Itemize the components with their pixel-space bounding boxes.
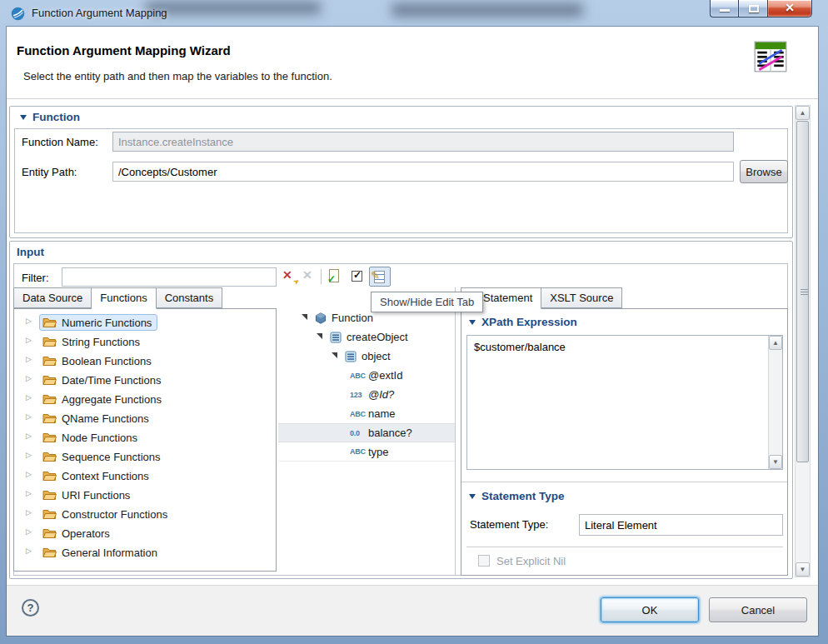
window-title: Function Argument Mapping (32, 7, 167, 19)
dialog-body: Function Argument Mapping Wizard Select … (7, 27, 818, 636)
thumb-grip (801, 289, 808, 290)
tab-xslt-source[interactable]: XSLT Source (541, 287, 622, 308)
minimize-button[interactable] (710, 0, 738, 17)
background-window-artifact (392, 3, 583, 17)
tab-functions[interactable]: Functions (92, 287, 156, 309)
tree-item-aggregate-functions[interactable]: ▷ Aggregate Functions (14, 390, 276, 409)
scroll-up-button[interactable]: ▲ (769, 336, 782, 350)
expand-icon[interactable]: ▷ (26, 355, 32, 363)
folder-icon (42, 432, 57, 443)
mapping-node-balance[interactable]: 0.0 balance? (278, 423, 455, 442)
arrow-down-icon: ▼ (796, 566, 809, 573)
folder-icon (42, 508, 57, 520)
titlebar[interactable]: Function Argument Mapping ✕ (0, 0, 828, 27)
expand-icon[interactable]: ▷ (26, 508, 32, 517)
tree-item-node-functions[interactable]: ▷ Node Functions (14, 428, 276, 447)
page-title: Function Argument Mapping Wizard (17, 43, 231, 57)
decimal-type-icon: 0.0 (350, 429, 368, 437)
folder-icon (42, 374, 57, 386)
scrollbar-thumb[interactable] (796, 121, 809, 462)
xpath-expression-value: $customer/balance (474, 341, 566, 353)
tree-item-string-functions[interactable]: ▷ String Functions (14, 332, 276, 352)
break-mapping-button[interactable]: ✕ ➤ (280, 267, 300, 287)
xpath-validate-button[interactable]: ✓ (326, 267, 346, 287)
expand-icon[interactable]: ▷ (26, 547, 32, 555)
dialog-window: Function Argument Mapping ✕ Function Arg… (0, 0, 828, 644)
expand-icon[interactable]: ▷ (26, 489, 32, 497)
browse-button[interactable]: Browse (740, 160, 788, 183)
green-check-icon: ✓ (327, 273, 336, 285)
expand-icon[interactable]: ▷ (26, 336, 32, 344)
tooltip: Show/Hide Edit Tab (371, 292, 483, 312)
string-type-icon: ABC (350, 372, 368, 380)
header-divider (7, 98, 818, 99)
scroll-up-button[interactable]: ▲ (796, 106, 810, 120)
expand-icon[interactable]: ▷ (26, 470, 32, 478)
xpath-expression-editor[interactable]: $customer/balance ▲ ▼ (466, 335, 783, 470)
folder-icon (42, 527, 57, 539)
checkbox-toggle-button[interactable]: ✓ (348, 267, 368, 287)
function-section-header[interactable]: Function (20, 111, 80, 123)
tree-item-datetime-functions[interactable]: ▷ Date/Time Functions (14, 371, 276, 390)
tab-constants[interactable]: Constants (157, 287, 223, 308)
scroll-down-button[interactable]: ▼ (769, 455, 782, 469)
ok-button[interactable]: OK (601, 597, 699, 622)
expand-icon[interactable]: ▷ (26, 317, 32, 325)
tree-item-constructor-functions[interactable]: ▷ Constructor Functions (14, 505, 276, 524)
mapping-node-createobject[interactable]: createObject (278, 327, 455, 347)
expand-icon[interactable]: ▷ (26, 527, 32, 536)
xpath-expression-header[interactable]: XPath Expression (469, 316, 577, 328)
collapse-icon[interactable] (332, 352, 337, 358)
mapping-node-extid[interactable]: ABC @extId (278, 366, 455, 385)
delete-button[interactable]: ✕ (300, 267, 320, 287)
close-button[interactable]: ✕ (768, 0, 812, 17)
mapping-node-object[interactable]: object (278, 347, 455, 366)
mapping-node-id[interactable]: 123 @Id? (278, 385, 455, 404)
tree-item-qname-functions[interactable]: ▷ QName Functions (14, 409, 276, 428)
tree-item-context-functions[interactable]: ▷ Context Functions (14, 467, 276, 486)
tree-item-numeric-functions[interactable]: ▷ Numeric Functions (14, 313, 276, 332)
folder-icon (42, 393, 57, 405)
tab-data-source[interactable]: Data Source (13, 287, 92, 308)
expand-icon[interactable]: ▷ (26, 432, 32, 440)
document-icon: ✓ (329, 269, 339, 282)
number-type-icon: 123 (350, 391, 368, 399)
left-tab-bar: Data Source Functions Constants (13, 287, 277, 309)
element-icon (345, 351, 357, 362)
folder-icon (42, 317, 57, 328)
filter-input[interactable] (62, 267, 277, 287)
statement-type-label: Statement Type: (470, 518, 548, 531)
main-scrollbar[interactable]: ▲ ▼ (795, 105, 811, 577)
maximize-button[interactable] (738, 0, 768, 17)
cancel-button[interactable]: Cancel (709, 597, 807, 622)
statement-type-header[interactable]: Statement Type (469, 490, 565, 502)
tree-item-sequence-functions[interactable]: ▷ Sequence Functions (14, 447, 276, 467)
page-subtitle: Select the entity path and then map the … (23, 70, 332, 82)
expand-icon[interactable]: ▷ (26, 374, 32, 382)
input-section-header: Input (17, 246, 44, 258)
show-hide-edit-tab-button[interactable]: ✎ (369, 267, 391, 287)
tree-item-general-information[interactable]: ▷ General Information (14, 543, 276, 562)
expand-icon[interactable]: ▷ (26, 451, 32, 459)
section-divider (461, 482, 787, 482)
help-button[interactable]: ? (22, 599, 39, 617)
pencil-icon: ✎ (371, 269, 380, 282)
expand-icon[interactable]: ▷ (26, 412, 32, 421)
mapping-node-name[interactable]: ABC name (278, 404, 455, 423)
mapping-node-type[interactable]: ABC type (278, 442, 455, 462)
collapse-icon[interactable] (302, 314, 307, 320)
panel-divider (455, 287, 456, 576)
collapse-icon[interactable] (317, 333, 322, 339)
tree-item-uri-functions[interactable]: ▷ URI Functions (14, 486, 276, 505)
statement-tab-bar: Statement XSLT Source (461, 287, 788, 309)
statement-type-field[interactable] (579, 514, 783, 536)
xpath-scrollbar[interactable]: ▲ ▼ (768, 336, 782, 469)
maximize-icon (749, 5, 759, 12)
expand-icon[interactable]: ▷ (26, 393, 32, 402)
tree-item-operators[interactable]: ▷ Operators (14, 524, 276, 543)
scroll-down-button[interactable]: ▼ (796, 562, 810, 577)
background-window-artifact (146, 2, 321, 14)
tree-item-boolean-functions[interactable]: ▷ Boolean Functions (14, 352, 276, 371)
entity-path-field[interactable] (112, 162, 734, 182)
set-explicit-nil-label: Set Explicit Nil (496, 555, 566, 567)
